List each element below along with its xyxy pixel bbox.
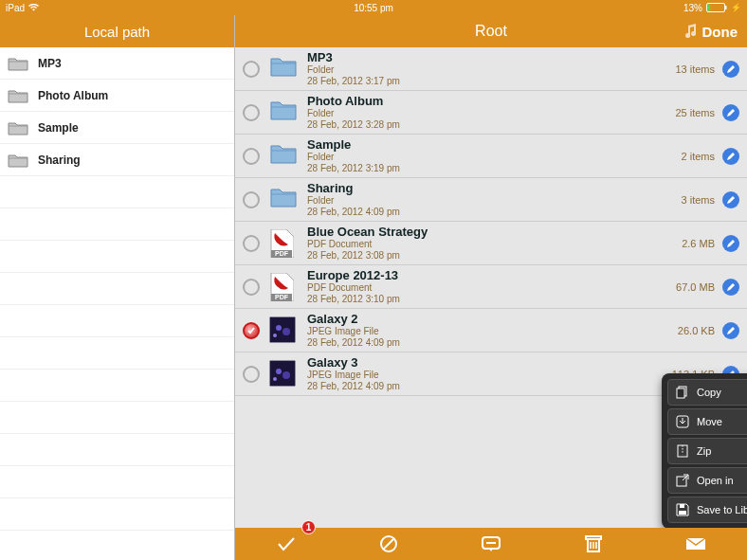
file-kind: JPEG Image File [307, 326, 678, 337]
select-button[interactable] [267, 530, 305, 558]
file-date: 28 Feb, 2012 3:28 pm [307, 119, 675, 131]
file-meta: 67.0 MB [676, 281, 715, 293]
svg-rect-18 [677, 388, 684, 398]
music-icon[interactable] [683, 24, 697, 39]
file-name: MP3 [307, 50, 675, 64]
edit-button[interactable] [722, 148, 739, 165]
svg-rect-12 [269, 360, 296, 387]
file-meta: 3 items [682, 194, 715, 206]
edit-button[interactable] [722, 322, 739, 339]
deselect-button[interactable] [370, 530, 408, 558]
file-date: 28 Feb, 2012 3:17 pm [307, 76, 675, 87]
file-kind: JPEG Image File [307, 370, 672, 381]
copy-icon [676, 386, 689, 399]
svg-text:PDF: PDF [275, 250, 289, 257]
popover-label: Move [697, 416, 722, 427]
row-selector[interactable] [243, 191, 260, 208]
wifi-icon [28, 4, 39, 11]
file-name: Galaxy 3 [307, 355, 672, 370]
file-date: 28 Feb, 2012 4:09 pm [307, 337, 678, 349]
svg-point-10 [273, 334, 277, 337]
mail-button[interactable] [677, 530, 715, 558]
file-meta: 26.0 KB [678, 325, 715, 336]
file-kind: PDF Document [307, 239, 682, 250]
file-date: 28 Feb, 2012 3:10 pm [307, 294, 676, 305]
file-meta: 25 items [675, 107, 715, 118]
popover-item-openin[interactable]: Open in [667, 467, 747, 494]
edit-button[interactable] [722, 61, 739, 78]
svg-point-13 [276, 369, 282, 374]
row-selector[interactable] [243, 235, 260, 252]
sidebar-item-label: Sharing [38, 154, 81, 167]
svg-rect-33 [586, 536, 601, 539]
svg-point-15 [273, 377, 277, 381]
delete-button[interactable] [574, 530, 612, 558]
sidebar-item-label: Photo Album [38, 89, 108, 102]
file-kind: Folder [307, 152, 682, 163]
status-time: 10:55 pm [354, 3, 393, 13]
row-selector[interactable] [243, 61, 260, 78]
folder-icon [8, 153, 28, 168]
image-icon [269, 316, 298, 345]
main-header: Root Done [235, 15, 747, 47]
sidebar-item[interactable]: Sharing [0, 144, 234, 176]
file-row[interactable]: MP3Folder28 Feb, 2012 3:17 pm13 items [235, 47, 747, 91]
file-row[interactable]: Photo AlbumFolder28 Feb, 2012 3:28 pm25 … [235, 91, 747, 135]
sidebar-item[interactable]: MP3 [0, 47, 234, 80]
sidebar-item-label: Sample [38, 121, 79, 135]
status-bar: iPad 10:55 pm 13% ⚡ [0, 0, 747, 15]
row-selector[interactable] [243, 279, 260, 296]
file-row[interactable]: PDFBlue Ocean StrategyPDF Document28 Feb… [235, 222, 747, 265]
file-row[interactable]: PDFEurope 2012-13PDF Document28 Feb, 201… [235, 265, 747, 309]
file-kind: Folder [307, 108, 675, 119]
file-row[interactable]: SampleFolder28 Feb, 2012 3:19 pm2 items [235, 135, 747, 178]
file-row[interactable]: Galaxy 2JPEG Image File28 Feb, 2012 4:09… [235, 309, 747, 352]
folder-icon [269, 55, 298, 83]
rename-button[interactable] [472, 530, 510, 558]
popover-item-zip[interactable]: Zip [667, 438, 747, 464]
openin-icon [676, 474, 689, 487]
file-meta: 2.6 MB [682, 238, 715, 249]
row-selector[interactable] [243, 104, 260, 121]
device-label: iPad [6, 3, 25, 13]
sidebar-item[interactable]: Sample [0, 112, 234, 144]
selection-badge: 1 [301, 520, 316, 534]
move-icon [676, 415, 689, 428]
file-meta: 2 items [682, 151, 715, 162]
edit-button[interactable] [722, 104, 739, 121]
sidebar-item[interactable]: Photo Album [0, 80, 234, 112]
popover-item-copy[interactable]: Copy [667, 379, 747, 406]
row-selector[interactable] [243, 366, 260, 383]
svg-text:PDF: PDF [275, 294, 289, 300]
file-meta: 13 items [675, 63, 715, 75]
file-name: Sharing [307, 181, 682, 195]
popover-label: Copy [697, 387, 721, 398]
popover-item-move[interactable]: Move [667, 408, 747, 435]
edit-button[interactable] [722, 235, 739, 252]
folder-icon [269, 142, 298, 171]
file-name: Blue Ocean Strategy [307, 225, 682, 239]
save-icon [676, 503, 689, 516]
edit-button[interactable] [722, 191, 739, 208]
row-selector[interactable] [243, 322, 260, 339]
pdf-icon: PDF [269, 229, 298, 258]
file-row[interactable]: SharingFolder28 Feb, 2012 4:09 pm3 items [235, 178, 747, 222]
charging-icon: ⚡ [731, 3, 741, 12]
svg-rect-1 [708, 5, 711, 11]
folder-icon [8, 88, 28, 103]
edit-button[interactable] [722, 279, 739, 296]
file-kind: Folder [307, 64, 675, 76]
file-date: 28 Feb, 2012 4:09 pm [307, 207, 682, 218]
action-popover: CopyMoveZipOpen inSave to Library [662, 373, 747, 529]
done-button[interactable]: Done [702, 24, 738, 40]
popover-label: Open in [697, 475, 734, 486]
popover-label: Zip [697, 445, 711, 457]
main-panel: Root Done MP3Folder28 Feb, 2012 3:17 pm1… [235, 15, 747, 560]
sidebar: Local path MP3Photo AlbumSampleSharing [0, 15, 235, 560]
svg-point-9 [282, 328, 290, 335]
row-selector[interactable] [243, 148, 260, 165]
file-date: 28 Feb, 2012 3:08 pm [307, 250, 682, 262]
battery-label: 13% [683, 3, 702, 13]
popover-item-save[interactable]: Save to Library [667, 497, 747, 523]
zip-icon [676, 444, 689, 458]
